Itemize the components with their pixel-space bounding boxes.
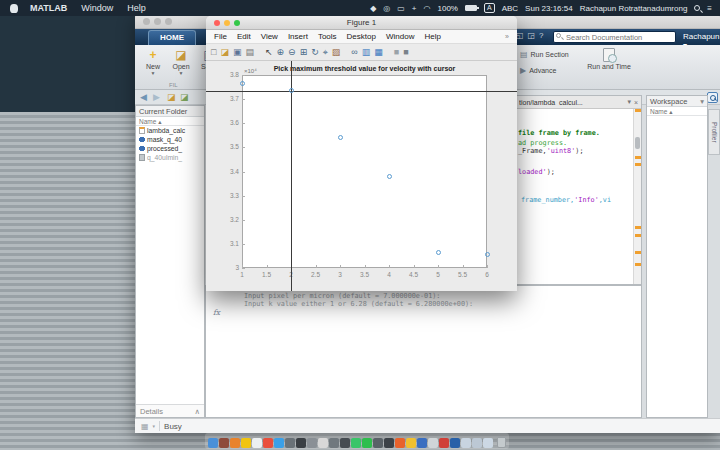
pan-icon[interactable]: ⊞ xyxy=(300,45,308,60)
name-column-header[interactable]: Name ▴ xyxy=(647,107,707,116)
tab-home[interactable]: HOME xyxy=(148,30,196,45)
hide-plot-tools-icon[interactable]: ■ xyxy=(394,45,399,60)
dock-app-icon[interactable] xyxy=(230,438,240,448)
input-source-a-badge[interactable]: A xyxy=(484,3,495,13)
forward-icon[interactable]: ▶ xyxy=(153,92,160,102)
dock-app-icon[interactable] xyxy=(340,438,350,448)
file-row[interactable]: lambda_calc xyxy=(136,126,204,135)
advance-button[interactable]: ▶Advance xyxy=(520,66,556,75)
menubar-app-name[interactable]: MATLAB xyxy=(30,3,67,13)
zoom-window-icon[interactable] xyxy=(234,20,240,26)
command-window-panel[interactable]: Input pixel per micron (default = 7.0000… xyxy=(205,285,642,418)
status-grid-icon[interactable]: ▦ xyxy=(141,422,149,431)
figure-menu-help[interactable]: Help xyxy=(424,32,440,41)
figure-titlebar[interactable]: Figure 1 xyxy=(206,16,517,30)
menubar-help[interactable]: Help xyxy=(127,3,146,13)
input-source-abc[interactable]: ABC xyxy=(502,4,518,13)
scrollbar-thumb[interactable] xyxy=(635,137,640,149)
zoom-window-icon[interactable] xyxy=(165,18,172,25)
dock-app-icon[interactable] xyxy=(395,438,405,448)
file-row[interactable]: processed_ xyxy=(136,144,204,153)
folder-up-icon[interactable]: ◪ xyxy=(167,92,176,102)
show-plot-tools-icon[interactable]: ■ xyxy=(403,45,408,60)
insert-colorbar-icon[interactable]: ▥ xyxy=(362,45,371,60)
dock-app-icon[interactable] xyxy=(406,438,416,448)
insert-legend-icon[interactable]: ▦ xyxy=(374,45,383,60)
crosshair-icon[interactable]: + xyxy=(412,4,417,13)
figure-menu-tools[interactable]: Tools xyxy=(318,32,337,41)
dock-app-icon[interactable] xyxy=(208,438,218,448)
print-icon[interactable]: ▤ xyxy=(245,45,254,60)
dock-app-icon[interactable] xyxy=(329,438,339,448)
figure-menu-file[interactable]: File xyxy=(214,32,227,41)
dock-app-icon[interactable] xyxy=(219,438,229,448)
editor-code-area[interactable]: file frame by frame.ad progress._Frame,'… xyxy=(516,109,633,284)
dock-app-icon[interactable] xyxy=(461,438,471,448)
spotlight-search-icon[interactable] xyxy=(694,5,700,11)
close-icon[interactable] xyxy=(143,18,150,25)
dock-app-icon[interactable] xyxy=(373,438,383,448)
run-and-time-button[interactable]: Run and Time xyxy=(585,48,633,88)
dock-app-icon[interactable] xyxy=(285,438,295,448)
rotate-3d-icon[interactable]: ↻ xyxy=(311,45,319,60)
panel-menu-icon[interactable]: ▾ xyxy=(700,96,704,106)
editor-scrollbar[interactable] xyxy=(633,109,641,284)
menu-overflow-icon[interactable]: » xyxy=(505,33,509,40)
file-row[interactable]: mask_q_40 xyxy=(136,135,204,144)
notification-center-icon[interactable]: ≡ xyxy=(707,4,712,13)
new-file-icon[interactable]: □ xyxy=(211,45,216,60)
editor-tab[interactable]: tion/lambda_calcul... ▾ × xyxy=(516,96,641,109)
display-icon[interactable]: ▭ xyxy=(397,4,405,13)
doc-search-input[interactable] xyxy=(553,31,676,43)
figure-menu-view[interactable]: View xyxy=(261,32,278,41)
dock-app-icon[interactable] xyxy=(307,438,317,448)
battery-percent[interactable]: 100% xyxy=(438,4,458,13)
cursor-icon[interactable]: ↖ xyxy=(265,45,273,60)
apple-icon[interactable] xyxy=(10,4,18,13)
wifi-icon[interactable]: ◠ xyxy=(424,4,431,13)
name-column-header[interactable]: Name ▴ xyxy=(136,117,204,126)
dock-app-icon[interactable] xyxy=(263,438,273,448)
file-row[interactable]: q_40ulmin_ xyxy=(136,153,204,162)
figure-menu-insert[interactable]: Insert xyxy=(288,32,308,41)
dock-app-icon[interactable] xyxy=(450,438,460,448)
back-icon[interactable]: ◀ xyxy=(140,92,147,102)
chevron-down-icon[interactable]: ▾ xyxy=(153,423,156,429)
dock-app-icon[interactable] xyxy=(483,438,493,448)
menubar-user-name[interactable]: Rachapun Rotrattanadumrong xyxy=(580,4,688,13)
run-section-button[interactable]: ▤Run Section xyxy=(520,50,569,59)
figure-canvas[interactable]: Pick maximum threshold value for velocit… xyxy=(206,61,517,291)
dock-app-icon[interactable] xyxy=(252,438,262,448)
battery-icon[interactable] xyxy=(465,5,477,11)
tab-menu-icon[interactable]: ▾ xyxy=(627,98,631,106)
zoom-out-icon[interactable]: ⊖ xyxy=(288,45,296,60)
brush-icon[interactable]: ▨ xyxy=(332,45,341,60)
toolstrip-quick-icons[interactable]: ◱◲? xyxy=(516,31,548,40)
data-cursor-icon[interactable]: ⌖ xyxy=(323,45,328,60)
open-file-icon[interactable]: ◪ xyxy=(220,45,229,60)
shield-icon[interactable]: ◎ xyxy=(383,4,390,13)
minimize-icon[interactable] xyxy=(224,20,230,26)
figure-menu-window[interactable]: Window xyxy=(386,32,414,41)
link-plots-icon[interactable]: ∞ xyxy=(351,45,357,60)
figure-menu-edit[interactable]: Edit xyxy=(237,32,251,41)
minimize-icon[interactable] xyxy=(154,18,161,25)
zoom-in-icon[interactable]: ⊕ xyxy=(277,45,285,60)
tab-close-icon[interactable]: × xyxy=(634,99,638,106)
dock-app-icon[interactable] xyxy=(439,438,449,448)
dock-app-icon[interactable] xyxy=(417,438,427,448)
dock-app-icon[interactable] xyxy=(274,438,284,448)
save-icon[interactable]: ▣ xyxy=(233,45,242,60)
tab-profiler[interactable]: Profiler xyxy=(708,109,720,155)
dock-app-icon[interactable] xyxy=(428,438,438,448)
dock-app-icon[interactable] xyxy=(241,438,251,448)
dock-app-icon[interactable] xyxy=(296,438,306,448)
figure-menu-desktop[interactable]: Desktop xyxy=(347,32,376,41)
dock-app-icon[interactable] xyxy=(362,438,372,448)
dock-app-icon[interactable] xyxy=(351,438,361,448)
dock-app-icon[interactable] xyxy=(472,438,482,448)
trash-icon[interactable] xyxy=(497,437,506,448)
browse-folder-icon[interactable]: ◪ xyxy=(180,92,189,102)
menubar-clock[interactable]: Sun 23:16:54 xyxy=(525,4,573,13)
open-button[interactable]: ◪ Open ▼ xyxy=(168,48,194,76)
